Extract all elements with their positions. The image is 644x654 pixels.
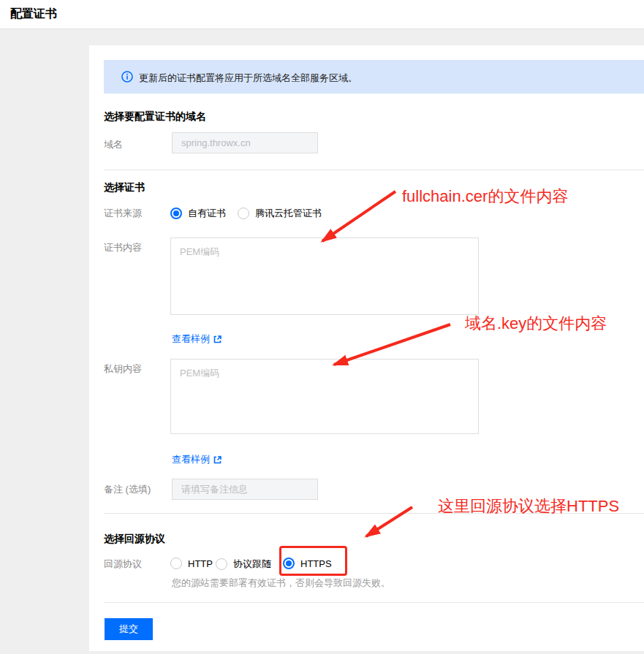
annotation-protocol-note: 这里回源协议选择HTTPS	[438, 495, 619, 517]
cert-source-label: 证书来源	[104, 207, 142, 220]
view-sample-link-key[interactable]: 查看样例	[172, 453, 222, 466]
external-link-icon	[213, 455, 222, 465]
remark-input[interactable]	[172, 479, 318, 500]
page-header: 配置证书	[0, 0, 644, 29]
radio-label: 自有证书	[188, 207, 226, 220]
section-heading-domain: 选择要配置证书的域名	[104, 110, 206, 123]
form-card: 更新后的证书配置将应用于所选域名全部服务区域。 选择要配置证书的域名 域名 选择…	[89, 45, 644, 651]
radio-tencent-hosted-certificate[interactable]: 腾讯云托管证书	[238, 207, 322, 220]
divider	[104, 602, 644, 603]
radio-unselected-icon[interactable]	[170, 558, 182, 569]
domain-input	[172, 132, 318, 153]
radio-label: HTTP	[188, 558, 213, 569]
radio-selected-icon[interactable]	[170, 208, 182, 219]
radio-label: 腾讯云托管证书	[255, 207, 322, 220]
banner-text: 更新后的证书配置将应用于所选域名全部服务区域。	[139, 72, 357, 85]
annotation-cert-note: fullchain.cer的文件内容	[402, 186, 568, 208]
submit-button[interactable]: 提交	[105, 618, 153, 640]
private-key-textarea[interactable]	[170, 359, 479, 434]
cert-content-textarea[interactable]	[170, 237, 479, 315]
link-label: 查看样例	[172, 453, 210, 466]
origin-protocol-helper-text: 您的源站需要部署有效证书，否则会导致回源失败。	[172, 577, 390, 590]
section-heading-certificate: 选择证书	[104, 181, 145, 194]
radio-protocol-follow[interactable]: 协议跟随	[216, 558, 271, 571]
annotation-key-note: 域名.key的文件内容	[465, 313, 607, 335]
radio-own-certificate[interactable]: 自有证书	[170, 207, 226, 220]
external-link-icon	[213, 335, 222, 344]
radio-unselected-icon[interactable]	[216, 558, 227, 570]
cert-content-label: 证书内容	[104, 241, 142, 254]
radio-https[interactable]: HTTPS	[283, 558, 332, 569]
info-circle-icon	[121, 71, 133, 83]
radio-label: HTTPS	[300, 558, 332, 569]
view-sample-link-cert[interactable]: 查看样例	[172, 332, 222, 346]
page-title: 配置证书	[10, 7, 57, 22]
radio-http[interactable]: HTTP	[170, 558, 213, 569]
radio-label: 协议跟随	[233, 558, 271, 571]
origin-protocol-label: 回源协议	[104, 558, 142, 571]
section-heading-origin-protocol: 选择回源协议	[104, 533, 165, 546]
remark-label: 备注 (选填)	[104, 483, 151, 496]
link-label: 查看样例	[172, 332, 210, 346]
domain-label: 域名	[104, 138, 123, 151]
key-content-label: 私钥内容	[104, 362, 142, 376]
divider	[104, 170, 644, 170]
radio-unselected-icon[interactable]	[238, 208, 249, 219]
radio-selected-icon[interactable]	[283, 558, 295, 569]
info-banner: 更新后的证书配置将应用于所选域名全部服务区域。	[104, 60, 644, 94]
